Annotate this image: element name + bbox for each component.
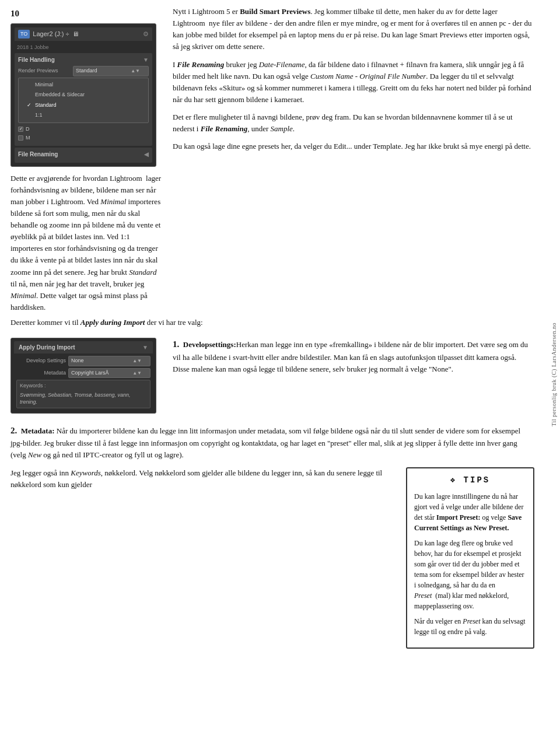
apply-item1-text: 1. Developsettings:Herkan man legge inn … bbox=[173, 338, 534, 375]
lr-badge: TO bbox=[18, 30, 30, 39]
lr-apply-title: Apply During Import ▼ bbox=[14, 341, 153, 354]
lr-metadata-arrow: ▲▼ bbox=[132, 370, 142, 377]
tips-title: TIPS bbox=[414, 474, 526, 487]
lr-render-previews-row: Render Previews Standard ▲▼ bbox=[18, 66, 149, 76]
lr-select-arrow: ▲▼ bbox=[131, 68, 140, 75]
right-col-text: Nytt i Lightroom 5 er Build Smart Previe… bbox=[173, 6, 534, 153]
lr-file-renaming-title: File Renaming ◀ bbox=[18, 150, 149, 159]
lr-dropdown-minimal-label: Minimal bbox=[35, 81, 53, 89]
lr-develop-label: Develop Settings bbox=[16, 357, 66, 365]
left-col-paragraph: Dette er avgjørende for hvordan Lightroo… bbox=[10, 173, 162, 314]
lr-subtitle: 2018 1 Jobbe bbox=[15, 43, 152, 54]
item3-text: Jeg legger også inn Keywords, nøkkelord.… bbox=[10, 467, 396, 491]
tips-box: TIPS Du kan lagre innstillingene du nå h… bbox=[406, 467, 534, 649]
lr-section-title: File Handling ▼ bbox=[18, 55, 149, 64]
lr-render-select[interactable]: Standard ▲▼ bbox=[73, 66, 149, 76]
item2-number: 2. bbox=[10, 426, 17, 435]
bottom-left-col: Jeg legger også inn Keywords, nøkkelord.… bbox=[10, 467, 396, 654]
lr-dropdown-1to1[interactable]: 1:1 bbox=[19, 110, 148, 121]
lr-metadata-label: Metadata bbox=[16, 369, 66, 377]
right-para-2: I File Renaming bruker jeg Date-Filename… bbox=[173, 59, 534, 106]
bottom-section: Jeg legger også inn Keywords, nøkkelord.… bbox=[0, 467, 560, 654]
lr-checkbox-m[interactable] bbox=[18, 135, 23, 141]
lr-dropdown-minimal[interactable]: Minimal bbox=[19, 80, 148, 90]
right-para-4: Du kan også lage dine egne presets her, … bbox=[173, 141, 534, 152]
right-column: Nytt i Lightroom 5 er Build Smart Previe… bbox=[173, 6, 534, 313]
lr-title-bar-content: TO Lager2 (J:) ÷ 🖥 bbox=[18, 29, 79, 39]
lr-checkbox-m-label: M bbox=[26, 134, 30, 142]
page-number: 10 bbox=[10, 7, 19, 20]
item1-number: 1. bbox=[173, 340, 179, 349]
left-column: TO Lager2 (J:) ÷ 🖥 ⚙ 2018 1 Jobbe File H… bbox=[10, 6, 162, 313]
lr-checkbox-row-m: M bbox=[18, 134, 149, 142]
lr-keywords-area: Keywords : Svømming, Sebastian, Tromsø, … bbox=[16, 380, 150, 408]
lr-icon-settings: ⚙ bbox=[143, 29, 149, 39]
item2-text: 2. Metadata: Når du importerer bildene k… bbox=[10, 424, 534, 461]
item2-section: 2. Metadata: Når du importerer bildene k… bbox=[0, 424, 560, 461]
sidebar-label: Til personlig bruk (C) LarsAndersen.no bbox=[547, 0, 560, 749]
lr-file-renaming-section: File Renaming ◀ bbox=[15, 148, 152, 163]
lr-checkbox-d[interactable] bbox=[18, 127, 23, 132]
right-para-1: Nytt i Lightroom 5 er Build Smart Previe… bbox=[173, 6, 534, 53]
lr-dropdown-1to1-label: 1:1 bbox=[35, 111, 43, 120]
lr-keywords-text: Svømming, Sebastian, Tromsø, basseng, va… bbox=[20, 391, 147, 406]
lr-dropdown-embedded-label: Embedded & Sidecar bbox=[35, 91, 85, 99]
lr-develop-row: Develop Settings None ▲▼ bbox=[14, 356, 153, 366]
lr-screenshot-file-handling: TO Lager2 (J:) ÷ 🖥 ⚙ 2018 1 Jobbe File H… bbox=[10, 23, 156, 167]
apply-section-heading: Deretter kommer vi til Apply during Impo… bbox=[0, 313, 560, 328]
lr-dropdown-standard[interactable]: ✓ Standard bbox=[19, 100, 148, 111]
lr-checkbox-d-label: D bbox=[26, 125, 30, 134]
tips-para3: Når du velger en Preset kan du selvsagt … bbox=[414, 616, 526, 637]
lr-title-bar: TO Lager2 (J:) ÷ 🖥 ⚙ bbox=[15, 27, 152, 41]
lr-title: Lager2 (J:) ÷ bbox=[33, 29, 69, 39]
tips-para1: Du kan lagre innstillingene du nå har gj… bbox=[414, 491, 526, 533]
lr-keywords-label: Keywords : bbox=[20, 382, 147, 390]
lr-screenshot-apply: Apply During Import ▼ Develop Settings N… bbox=[10, 338, 156, 414]
apply-content: Apply During Import ▼ Develop Settings N… bbox=[0, 334, 560, 418]
lr-checkbox-row-d: D bbox=[18, 125, 149, 134]
lr-develop-arrow: ▲▼ bbox=[132, 358, 142, 365]
lr-file-handling-section: File Handling ▼ Render Previews Standard… bbox=[15, 53, 152, 146]
lr-metadata-value[interactable]: Copyright LarsÅ ▲▼ bbox=[68, 368, 150, 379]
tips-para2: Du kan lage deg flere og bruke ved behov… bbox=[414, 538, 526, 611]
tips-section: TIPS Du kan lagre innstillingene du nå h… bbox=[406, 467, 534, 654]
apply-left-col: Apply During Import ▼ Develop Settings N… bbox=[10, 338, 162, 418]
lr-develop-value[interactable]: None ▲▼ bbox=[68, 356, 150, 366]
lr-checkboxes: D M bbox=[18, 125, 149, 142]
lr-checkmark-standard: ✓ bbox=[27, 102, 32, 110]
apply-heading-text: Deretter kommer vi til Apply during Impo… bbox=[10, 317, 534, 328]
apply-right-col: 1. Developsettings:Herkan man legge inn … bbox=[173, 338, 534, 418]
lr-dropdown-embedded[interactable]: Embedded & Sidecar bbox=[19, 90, 148, 100]
sidebar-label-text: Til personlig bruk (C) LarsAndersen.no bbox=[550, 323, 558, 426]
lr-render-label: Render Previews bbox=[18, 67, 71, 75]
lr-icon-drive: 🖥 bbox=[72, 29, 79, 39]
lr-metadata-row: Metadata Copyright LarsÅ ▲▼ bbox=[14, 368, 153, 379]
tips-text: Du kan lagre innstillingene du nå har gj… bbox=[414, 491, 526, 637]
lr-dropdown-standard-label: Standard bbox=[35, 102, 57, 110]
lr-render-dropdown: Minimal Embedded & Sidecar ✓ Standard 1:… bbox=[18, 78, 149, 123]
right-para-3: Det er flere muligheter til å navngi bil… bbox=[173, 111, 534, 135]
